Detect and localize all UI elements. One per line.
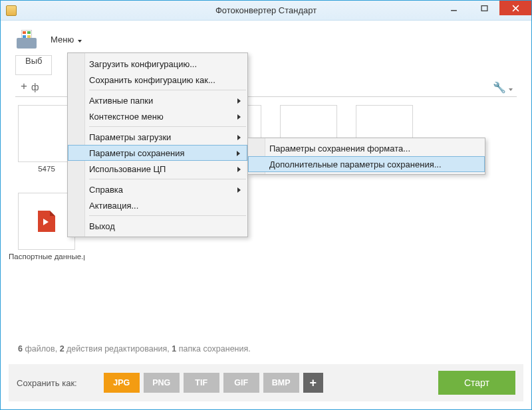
save-params-submenu: Параметры сохранения формата...Дополните… xyxy=(247,138,485,175)
maximize-button[interactable] xyxy=(469,1,499,15)
menu-item[interactable]: Активные папки xyxy=(68,92,247,108)
chevron-right-icon xyxy=(237,112,241,122)
format-tif[interactable]: TIF xyxy=(184,373,219,393)
chevron-right-icon xyxy=(237,185,241,195)
save-as-label: Сохранить как: xyxy=(17,378,77,388)
menu-item[interactable]: Параметры сохранения xyxy=(68,145,247,161)
menu-item[interactable]: Выход xyxy=(68,218,247,234)
chevron-right-icon xyxy=(237,164,241,174)
menu-separator xyxy=(89,90,246,90)
window-buttons xyxy=(438,1,531,15)
format-png[interactable]: PNG xyxy=(144,373,180,393)
select-button[interactable]: Выб xyxy=(15,55,52,75)
menu-item[interactable]: Активация... xyxy=(68,197,247,213)
menu-button-label: Меню xyxy=(51,35,74,45)
chevron-right-icon xyxy=(237,148,240,158)
menu-separator xyxy=(89,179,246,179)
close-button[interactable] xyxy=(499,1,531,15)
pdf-icon xyxy=(38,211,55,232)
file-name: Паспортные данные.pdf xyxy=(9,253,84,260)
menu-item[interactable]: Сохранить конфигурацию как... xyxy=(68,72,247,88)
chevron-right-icon xyxy=(237,132,241,142)
menu-item[interactable]: Загрузить конфигурацию... xyxy=(68,56,247,72)
submenu-item[interactable]: Параметры сохранения формата... xyxy=(248,140,485,156)
add-format-button[interactable]: + xyxy=(303,373,323,393)
add-files-label: ф xyxy=(31,82,39,92)
app-icon xyxy=(6,5,17,16)
menu-item[interactable]: Использование ЦП xyxy=(68,161,247,177)
main-menu: Загрузить конфигурацию...Сохранить конфи… xyxy=(67,52,248,237)
wrench-icon[interactable]: 🔧 xyxy=(493,81,513,94)
menu-item[interactable]: Параметры загрузки xyxy=(68,129,247,145)
menu-separator xyxy=(89,215,246,216)
format-bmp[interactable]: BMP xyxy=(263,373,299,393)
titlebar: Фотоконвертер Стандарт xyxy=(1,1,531,21)
format-gif[interactable]: GIF xyxy=(223,373,259,393)
format-buttons: JPGPNGTIFGIFBMP xyxy=(104,373,303,393)
bottom-bar: Сохранить как: JPGPNGTIFGIFBMP + Старт xyxy=(9,364,523,401)
plus-icon: + xyxy=(21,80,27,93)
toolbar: Меню xyxy=(1,21,531,54)
caret-down-icon xyxy=(78,35,82,45)
menu-button[interactable]: Меню xyxy=(43,31,89,48)
menu-separator xyxy=(89,126,246,127)
submenu-item[interactable]: Дополнительные параметры сохранения... xyxy=(248,156,485,172)
menu-item[interactable]: Справка xyxy=(68,181,247,197)
printer-icon xyxy=(15,30,38,49)
start-button[interactable]: Старт xyxy=(438,371,515,395)
minimize-button[interactable] xyxy=(438,1,469,15)
chevron-right-icon xyxy=(237,96,241,106)
format-jpg[interactable]: JPG xyxy=(104,373,140,393)
svg-rect-1 xyxy=(481,5,487,11)
status-line: 6 файлов, 2 действия редактирования, 1 п… xyxy=(18,344,251,354)
menu-item[interactable]: Контекстное меню xyxy=(68,108,247,124)
